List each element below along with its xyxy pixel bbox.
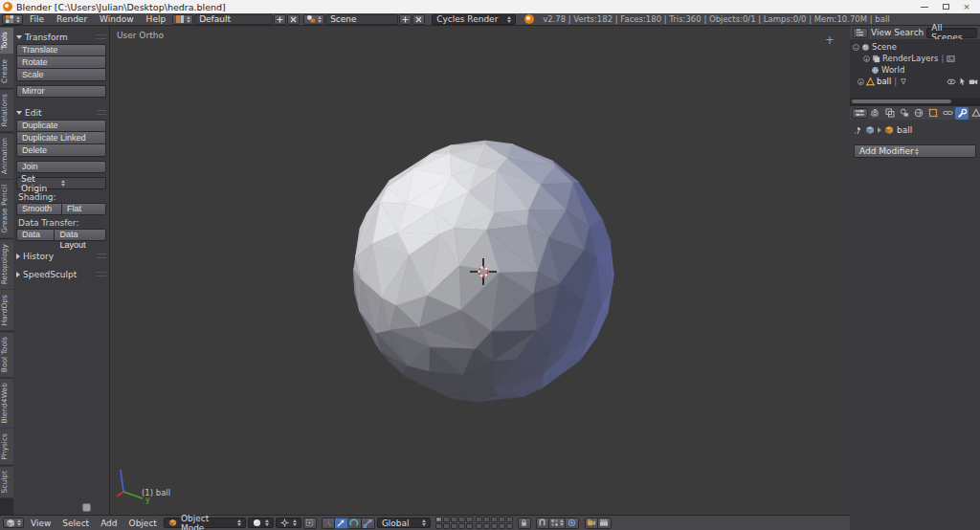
tab-constraints[interactable] (941, 107, 954, 120)
delete-scene-button[interactable] (412, 14, 425, 25)
outliner-menu-search[interactable]: Search (894, 28, 924, 37)
outliner-row-renderlayers[interactable]: + RenderLayers | (850, 53, 980, 64)
tab-create[interactable]: Create (0, 55, 13, 88)
image-icon[interactable] (947, 55, 955, 63)
disclosure-icon[interactable]: + (858, 78, 864, 85)
tab-render[interactable] (869, 107, 882, 120)
outliner-menu-view[interactable]: View (871, 28, 891, 37)
menu-help[interactable]: Help (141, 14, 172, 24)
mirror-button[interactable]: Mirror (16, 85, 106, 98)
editor-type-selector[interactable] (3, 518, 24, 528)
layer-toggle[interactable] (435, 517, 442, 522)
manipulator-rotate-toggle[interactable] (348, 518, 362, 529)
outliner-display-select[interactable]: All Scenes (926, 28, 977, 38)
outliner-row-ball[interactable]: + ball | (850, 76, 980, 87)
minimize-button[interactable] (914, 1, 935, 12)
tab-object-data[interactable] (969, 107, 980, 120)
region-resize-handle[interactable] (82, 503, 91, 512)
add-modifier-button[interactable]: Add Modifier (854, 144, 976, 158)
proportional-edit-select[interactable] (566, 518, 579, 529)
pivot-align-toggle[interactable] (303, 518, 317, 529)
maximize-button[interactable] (935, 1, 956, 12)
scrollbar-thumb[interactable] (852, 99, 951, 103)
editor-type-selector[interactable] (852, 108, 868, 119)
menu-object[interactable]: Object (124, 519, 162, 528)
layer-toggle[interactable] (499, 523, 505, 529)
set-origin-menu[interactable]: Set Origin (16, 177, 106, 189)
lock-to-scene-toggle[interactable] (518, 518, 531, 529)
screen-layout-field[interactable]: Default (194, 14, 273, 25)
tab-hardops[interactable]: HardOps (0, 290, 13, 331)
layer-toggle[interactable] (451, 523, 457, 529)
join-button[interactable]: Join (16, 161, 106, 173)
opengl-render-anim-button[interactable] (598, 518, 612, 529)
tab-blend4web[interactable]: Blend4Web (0, 378, 13, 428)
layer-toggle[interactable] (506, 523, 513, 529)
layer-toggle[interactable] (443, 523, 450, 529)
disclosure-icon[interactable]: − (853, 44, 859, 51)
panel-header-transform[interactable]: Transform (16, 31, 106, 43)
tab-animation[interactable]: Animation (0, 133, 13, 179)
tab-sculpt[interactable]: Sculpt (0, 466, 13, 497)
tab-render-layers[interactable] (883, 107, 897, 120)
add-layout-button[interactable] (274, 14, 286, 25)
manipulator-scale-toggle[interactable] (362, 518, 375, 529)
close-button[interactable]: × (956, 1, 977, 12)
tab-physics[interactable]: Physics (0, 429, 13, 465)
delete-layout-button[interactable] (287, 14, 300, 25)
layer-toggle[interactable] (476, 523, 482, 529)
transform-orientation-select[interactable]: Global (377, 518, 431, 528)
layer-toggle[interactable] (491, 517, 498, 522)
selectability-pointer-icon[interactable] (958, 77, 967, 86)
pin-icon[interactable] (854, 126, 862, 135)
pivot-point-select[interactable] (276, 518, 301, 528)
manipulator-toggle[interactable] (322, 518, 335, 529)
menu-view[interactable]: View (26, 519, 56, 528)
scene-field[interactable]: Scene (325, 14, 398, 25)
layer-toggle[interactable] (506, 517, 513, 522)
layer-toggle[interactable] (483, 517, 490, 522)
layer-toggle[interactable] (466, 517, 473, 522)
layer-toggle[interactable] (443, 517, 450, 522)
viewport-shading-select[interactable] (248, 518, 274, 528)
tab-world[interactable] (912, 107, 925, 120)
layer-toggle[interactable] (483, 523, 490, 529)
scale-button[interactable]: Scale (16, 69, 106, 81)
duplicate-linked-button[interactable]: Duplicate Linked (16, 132, 106, 144)
manipulator-translate-toggle[interactable] (335, 518, 348, 529)
tab-bool-tools[interactable]: Bool Tools (0, 332, 13, 377)
translate-button[interactable]: Translate (16, 44, 106, 56)
object-icon[interactable] (865, 125, 875, 135)
visibility-eye-icon[interactable] (947, 77, 956, 86)
delete-button[interactable]: Delete (16, 144, 106, 157)
disclosure-icon[interactable]: + (863, 55, 870, 62)
editor-type-selector[interactable] (2, 14, 23, 25)
outliner-row-scene[interactable]: − Scene (850, 41, 980, 53)
mode-select[interactable]: Object Mode (164, 518, 246, 528)
tab-grease-pencil[interactable]: Grease Pencil (0, 180, 13, 238)
snap-element-select[interactable] (549, 518, 566, 529)
layer-toggle[interactable] (499, 517, 505, 522)
layer-toggle[interactable] (435, 523, 442, 529)
menu-window[interactable]: Window (94, 14, 140, 24)
tab-relations[interactable]: Relations (0, 89, 13, 131)
viewport-3d[interactable]: y User Ortho + (1) ball (110, 26, 850, 515)
editor-type-selector[interactable] (853, 28, 868, 38)
tab-retopology[interactable]: Retopology (0, 239, 13, 289)
layer-toggle[interactable] (476, 517, 482, 522)
tab-scene[interactable] (898, 107, 911, 120)
duplicate-button[interactable]: Duplicate (16, 120, 106, 132)
menu-render[interactable]: Render (51, 14, 93, 24)
screen-layout-icon-button[interactable] (172, 14, 193, 25)
outliner-scrollbar[interactable] (850, 98, 980, 104)
menu-file[interactable]: File (24, 14, 50, 24)
tab-modifiers[interactable] (955, 107, 969, 120)
render-engine-select[interactable]: Cycles Render (432, 14, 516, 25)
menu-add[interactable]: Add (96, 519, 122, 528)
properties-region-toggle[interactable]: + (825, 35, 835, 45)
outliner-row-world[interactable]: World (850, 64, 980, 76)
add-scene-button[interactable] (399, 14, 412, 25)
layer-toggle[interactable] (491, 523, 498, 529)
layer-toggle[interactable] (458, 523, 465, 529)
layer-toggle[interactable] (458, 517, 465, 522)
